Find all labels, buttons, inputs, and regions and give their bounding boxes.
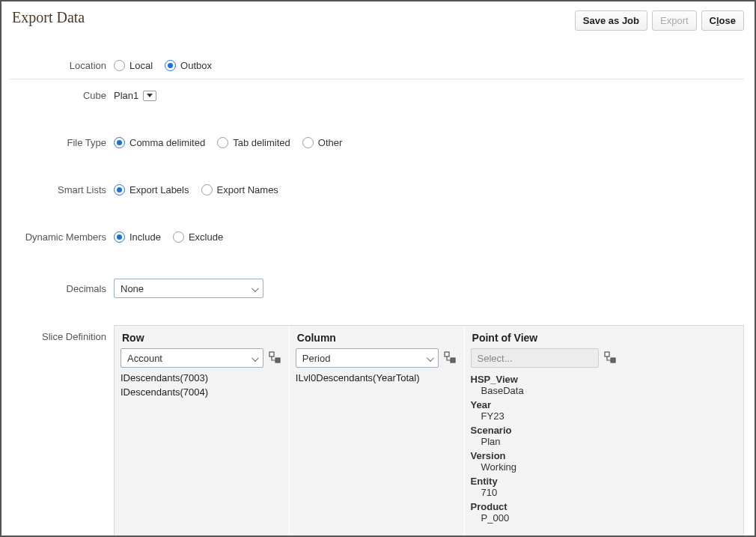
member-selector-icon[interactable] <box>603 351 618 365</box>
radio-label: Comma delimited <box>129 137 205 148</box>
column-dimension-value: Period <box>302 353 331 364</box>
radio-file-type-comma[interactable]: Comma delimited <box>114 137 205 148</box>
pov-dim-name: Year <box>471 398 737 410</box>
column-dimension-select[interactable]: Period <box>296 348 439 368</box>
dynamic-members-controls: Include Exclude <box>114 231 223 243</box>
slice-row-header: Row <box>115 326 289 348</box>
row-dynamic-members: Dynamic Members Include Exclude <box>1 227 744 247</box>
cube-value: Plan1 <box>114 90 138 101</box>
row-file-type: File Type Comma delimited Tab delimited … <box>1 133 744 153</box>
pov-placeholder: Select... <box>478 353 513 364</box>
header-buttons: Save as Job Export Close <box>575 10 744 31</box>
pov-dim-name: Entity <box>471 474 737 487</box>
cube-dropdown[interactable]: Plan1 <box>114 90 156 101</box>
svg-rect-0 <box>269 352 274 357</box>
chevron-down-icon <box>427 353 432 364</box>
pov-dim-name: Version <box>471 449 737 461</box>
svg-rect-2 <box>445 352 449 357</box>
list-item[interactable]: IDescendants(7004) <box>121 385 283 399</box>
chevron-down-icon <box>252 283 257 294</box>
row-dimension-select[interactable]: Account <box>121 348 263 368</box>
dialog-header: Export Data Save as Job Export Close <box>1 1 755 35</box>
pov-dimension-select[interactable]: Select... <box>471 348 599 368</box>
svg-rect-3 <box>451 358 455 362</box>
row-smart-lists: Smart Lists Export Labels Export Names <box>1 180 744 200</box>
separator <box>9 79 744 79</box>
radio-icon <box>114 184 125 195</box>
pov-list: HSP_View BaseData Year FY23 Scenario Pla… <box>471 372 737 525</box>
row-decimals: Decimals None <box>1 274 744 303</box>
pov-dim-value[interactable]: Plan <box>471 436 737 449</box>
svg-rect-1 <box>275 358 280 362</box>
radio-icon <box>114 231 125 243</box>
slice-column-header: Column <box>290 326 464 348</box>
radio-label: Other <box>318 137 343 148</box>
close-button[interactable]: Close <box>701 10 744 31</box>
member-selector-icon[interactable] <box>443 351 458 365</box>
radio-file-type-tab[interactable]: Tab delimited <box>217 137 290 148</box>
slice-label: Slice Definition <box>1 325 114 342</box>
list-item[interactable]: ILvl0Descendants(YearTotal) <box>296 371 458 385</box>
close-suffix: ose <box>719 15 736 26</box>
svg-rect-4 <box>605 352 609 357</box>
radio-location-outbox[interactable]: Outbox <box>165 60 212 71</box>
location-controls: Local Outbox <box>114 60 212 71</box>
decimals-value: None <box>121 283 144 294</box>
radio-label: Tab delimited <box>233 137 290 148</box>
pov-dim-name: Product <box>471 500 737 512</box>
radio-smartlists-names[interactable]: Export Names <box>201 184 278 195</box>
row-dimension-value: Account <box>127 353 162 364</box>
pov-dim-value[interactable]: P_000 <box>471 512 737 525</box>
radio-location-local[interactable]: Local <box>114 60 153 71</box>
file-type-label: File Type <box>1 137 114 148</box>
radio-icon <box>165 60 176 71</box>
decimals-select[interactable]: None <box>114 279 263 298</box>
radio-dynamic-include[interactable]: Include <box>114 231 161 243</box>
row-cube: Cube Plan1 <box>1 85 744 106</box>
slice-col-column: Column Period <box>290 326 465 536</box>
cube-label: Cube <box>1 90 114 101</box>
smart-lists-label: Smart Lists <box>1 184 114 195</box>
radio-icon <box>114 137 125 148</box>
location-label: Location <box>1 60 114 71</box>
pov-dim-name: HSP_View <box>471 372 737 385</box>
decimals-label: Decimals <box>1 283 114 294</box>
radio-label: Local <box>129 60 153 71</box>
row-slice-definition: Slice Definition Row Account <box>1 321 744 536</box>
pov-dim-value[interactable]: BaseData <box>471 385 737 398</box>
radio-smartlists-labels[interactable]: Export Labels <box>114 184 189 195</box>
slice-table: Row Account <box>114 325 744 536</box>
slice-col-row: Row Account <box>115 326 290 536</box>
pov-dim-value[interactable]: Working <box>471 461 737 474</box>
list-item[interactable]: IDescendants(7003) <box>121 371 283 385</box>
radio-file-type-other[interactable]: Other <box>302 137 343 148</box>
export-button: Export <box>652 10 697 31</box>
pov-dim-value[interactable]: FY23 <box>471 410 737 423</box>
cube-controls: Plan1 <box>114 90 156 101</box>
radio-label: Export Labels <box>129 184 189 195</box>
radio-label: Outbox <box>180 60 212 71</box>
slice-col-pov: Point of View Select... <box>465 326 743 536</box>
row-location: Location Local Outbox <box>1 46 744 76</box>
radio-icon <box>173 231 184 243</box>
chevron-down-icon <box>143 91 156 101</box>
radio-icon <box>114 60 125 71</box>
chevron-down-icon <box>252 353 257 364</box>
dynamic-members-label: Dynamic Members <box>1 231 114 243</box>
pov-dim-name: Scenario <box>471 423 737 436</box>
dialog-content: Location Local Outbox Cube Plan1 File Ty… <box>1 46 755 536</box>
svg-rect-5 <box>611 358 615 362</box>
radio-label: Exclude <box>189 231 223 243</box>
radio-label: Include <box>129 231 161 243</box>
radio-label: Export Names <box>217 184 278 195</box>
column-members-list: ILvl0Descendants(YearTotal) <box>296 371 458 385</box>
row-members-list: IDescendants(7003) IDescendants(7004) <box>121 371 283 399</box>
pov-dim-value[interactable]: 710 <box>471 487 737 500</box>
radio-icon <box>302 137 314 148</box>
decimals-controls: None <box>114 279 263 298</box>
radio-icon <box>217 137 228 148</box>
member-selector-icon[interactable] <box>268 351 283 365</box>
radio-dynamic-exclude[interactable]: Exclude <box>173 231 223 243</box>
save-as-job-button[interactable]: Save as Job <box>575 10 647 31</box>
slice-pov-header: Point of View <box>465 326 743 348</box>
